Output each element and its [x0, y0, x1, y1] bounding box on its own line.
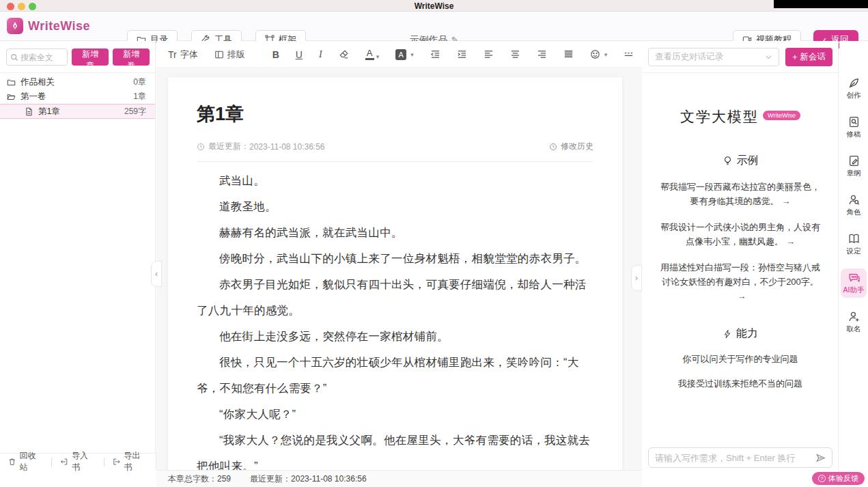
document-page[interactable]: 第1章 最近更新： 2023-11-08 10:36:56 修改历史 武当山。 …	[168, 77, 622, 470]
rail-item-ai-assistant[interactable]: AI助手	[841, 268, 867, 298]
underline-button[interactable]: U	[296, 49, 303, 60]
divider-insert-button[interactable]	[624, 49, 634, 59]
model-heading: 文学大模型WriteWise	[643, 107, 838, 126]
chat-bubbles-icon	[848, 272, 860, 283]
chapter-count: 0章	[133, 76, 146, 88]
tree-item-related-works[interactable]: 作品相关 0章	[0, 75, 155, 89]
status-bar: 本章总字数：259 最近更新：2023-11-08 10:36:56	[156, 470, 642, 487]
ability-text: 我接受过训练来拒绝不当的问题	[643, 378, 838, 390]
collapse-sidebar-handle[interactable]: ‹	[151, 261, 162, 287]
search-box[interactable]	[6, 48, 68, 66]
paragraph[interactable]: 很快，只见一个十五六岁的壮硕少年从棺材铺里跑出来，笑吟吟问：“大爷，不知您有什么…	[197, 349, 593, 401]
rail-item-outline[interactable]: 章纲	[841, 152, 867, 181]
paragraph[interactable]: 道教圣地。	[197, 193, 593, 219]
align-left-button[interactable]	[484, 49, 494, 59]
app-window: WriteWise WriteWise 目录 工具 框架 示例作	[0, 0, 868, 487]
arrow-icon: →	[786, 236, 795, 247]
folder-icon	[7, 78, 16, 87]
add-volume-button[interactable]: 新增卷	[113, 48, 150, 66]
history-dropdown[interactable]: 查看历史对话记录	[648, 48, 779, 66]
brand: WriteWise	[7, 18, 90, 34]
lightbulb-icon	[723, 156, 733, 166]
rail-item-revision[interactable]: 修稿	[841, 113, 867, 142]
color-swatch	[365, 58, 374, 60]
chapter-body[interactable]: 武当山。 道教圣地。 赫赫有名的武当派，就在武当山中。 傍晚时分，武当山下的小镇…	[197, 167, 593, 470]
new-chat-button[interactable]: + 新会话	[785, 48, 832, 66]
outdent-icon	[430, 49, 440, 59]
status-updated: 最近更新：2023-11-08 10:36:56	[250, 473, 367, 485]
import-book-button[interactable]: 导入书	[52, 454, 103, 470]
person-search-icon	[848, 194, 860, 206]
revision-history-button[interactable]: 修改历史	[549, 141, 593, 152]
feedback-button[interactable]: ? 体验反馈	[812, 472, 865, 485]
doc-search-icon	[848, 116, 860, 128]
clear-format-button[interactable]	[339, 49, 349, 59]
italic-button[interactable]: I	[319, 49, 322, 60]
doc-edit-icon	[848, 155, 860, 167]
export-icon	[113, 458, 121, 466]
question-icon: ?	[818, 475, 826, 482]
brand-name: WriteWise	[28, 19, 90, 33]
chapter-meta: 最近更新： 2023-11-08 10:36:56 修改历史	[197, 141, 593, 152]
indent-button[interactable]	[457, 49, 467, 59]
paragraph[interactable]: 傍晚时分，武当山下的小镇上来了一位身材魁梧，相貌堂堂的赤衣男子。	[197, 245, 593, 271]
rail-item-creation[interactable]: 创作	[841, 74, 867, 103]
macos-titlebar: WriteWise	[0, 0, 868, 12]
rail-item-naming[interactable]: 取名	[841, 307, 867, 337]
font-menu[interactable]: Tr字体	[168, 48, 198, 61]
layout-menu[interactable]: 排版	[214, 48, 245, 61]
recycle-bin-button[interactable]: 回收站	[0, 454, 51, 470]
send-icon[interactable]	[815, 453, 826, 463]
paragraph[interactable]: 赤衣男子目光如炬，貌似只有四十出头，可真要仔细端倪，却给人一种活了八九十年的感觉…	[197, 271, 593, 323]
align-right-button[interactable]	[537, 49, 547, 59]
highlight-color-button[interactable]: A ▾	[395, 49, 414, 60]
abilities-heading: 能力	[643, 326, 838, 341]
search-input[interactable]	[20, 53, 63, 62]
paragraph[interactable]: 赫赫有名的武当派，就在武当山中。	[197, 219, 593, 245]
rail-item-settings[interactable]: 设定	[841, 229, 867, 259]
app-header: WriteWise 目录 工具 框架 示例作品✎ 视频教程	[0, 12, 868, 41]
sidebar-footer: 回收站 导入书 导出书	[0, 453, 156, 470]
example-prompt[interactable]: 用描述性对白描写一段：孙悟空与猪八戒讨论女妖怪的有趣对白，不少于200字。→	[659, 260, 822, 303]
chevron-down-icon	[765, 53, 772, 61]
dropdown-icon: ▾	[604, 51, 608, 58]
add-chapter-button[interactable]: 新增章	[72, 48, 109, 66]
chat-input-box[interactable]	[648, 447, 832, 468]
writewise-logo-icon	[7, 18, 23, 34]
collapse-ai-panel-handle[interactable]: ›	[631, 265, 642, 291]
chapter-word-count: 本章总字数：259	[168, 473, 231, 485]
align-right-icon	[537, 49, 547, 59]
example-prompt[interactable]: 帮我设计一个武侠小说的男主角，人设有点像韦小宝，幽默风趣。→	[659, 220, 822, 249]
paragraph[interactable]: “你家大人呢？”	[197, 401, 593, 427]
emoji-button[interactable]: ▾	[590, 49, 608, 59]
chapter-tree: 作品相关 0章 第一卷 1章 第1章 259字	[0, 73, 155, 119]
bold-button[interactable]: B	[272, 49, 279, 60]
feature-rail: 创作 修稿 章纲 角色 设定 AI助手 取名	[839, 41, 868, 487]
highlight-chip: A	[395, 49, 406, 60]
history-icon	[549, 143, 557, 151]
export-book-button[interactable]: 导出书	[104, 454, 156, 470]
model-title: 文学大模型	[680, 109, 759, 125]
tree-item-volume-1[interactable]: 第一卷 1章	[0, 89, 155, 104]
text-color-button[interactable]: A ▾	[365, 48, 380, 60]
plus-icon: +	[792, 53, 797, 62]
updated-label: 最近更新：	[208, 141, 249, 152]
ai-assistant-panel: 查看历史对话记录 + 新会话 文学大模型WriteWise 示例 帮我描写一段西…	[643, 41, 839, 487]
chat-input[interactable]	[655, 453, 815, 463]
rail-item-characters[interactable]: 角色	[841, 191, 867, 220]
search-icon	[10, 53, 18, 61]
chat-header: 查看历史对话记录 + 新会话	[643, 41, 838, 72]
tree-item-chapter-1[interactable]: 第1章 259字	[0, 104, 155, 119]
justify-button[interactable]	[563, 49, 574, 59]
align-center-button[interactable]	[510, 49, 520, 59]
example-prompt[interactable]: 帮我描写一段西藏布达拉宫的美丽景色，要有身临其境的感觉。→	[659, 180, 822, 208]
folder-open-icon	[7, 92, 16, 101]
eraser-icon	[339, 49, 349, 59]
paragraph[interactable]: 他在街上走没多远，突然停在一家棺材铺前。	[197, 323, 593, 349]
paragraph[interactable]: 武当山。	[197, 167, 593, 193]
chapter-title[interactable]: 第1章	[197, 102, 593, 126]
open-book-icon	[848, 233, 860, 245]
outdent-button[interactable]	[430, 49, 440, 59]
paragraph[interactable]: “我家大人？您说的是我义父啊。他在屋里头，大爷有需要的话，我这就去把他叫来。”	[197, 427, 593, 470]
lightning-icon	[723, 329, 732, 339]
